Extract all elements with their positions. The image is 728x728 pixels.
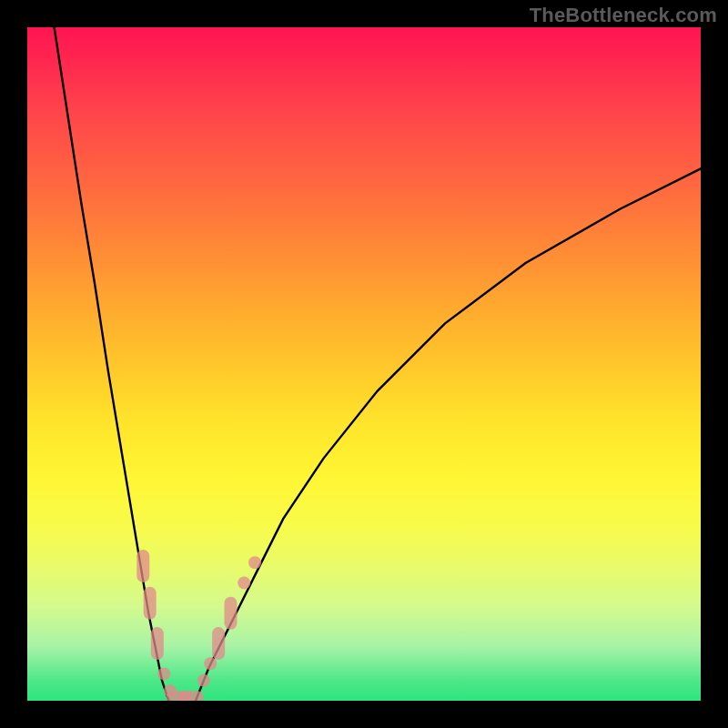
data-marker bbox=[197, 674, 210, 687]
curve-layer bbox=[27, 27, 701, 701]
data-markers bbox=[136, 550, 261, 701]
chart-frame: TheBottleneck.com bbox=[0, 0, 728, 728]
right-valley-curve bbox=[196, 168, 701, 701]
data-marker bbox=[178, 691, 204, 701]
data-marker bbox=[212, 627, 225, 660]
data-marker bbox=[136, 550, 149, 582]
watermark-text: TheBottleneck.com bbox=[530, 4, 717, 27]
plot-area bbox=[27, 27, 701, 701]
data-marker bbox=[248, 556, 261, 569]
data-marker bbox=[157, 667, 170, 680]
data-marker bbox=[204, 657, 217, 670]
data-marker bbox=[151, 627, 164, 660]
data-marker bbox=[238, 577, 250, 590]
data-marker bbox=[224, 597, 237, 630]
data-marker bbox=[144, 587, 157, 620]
